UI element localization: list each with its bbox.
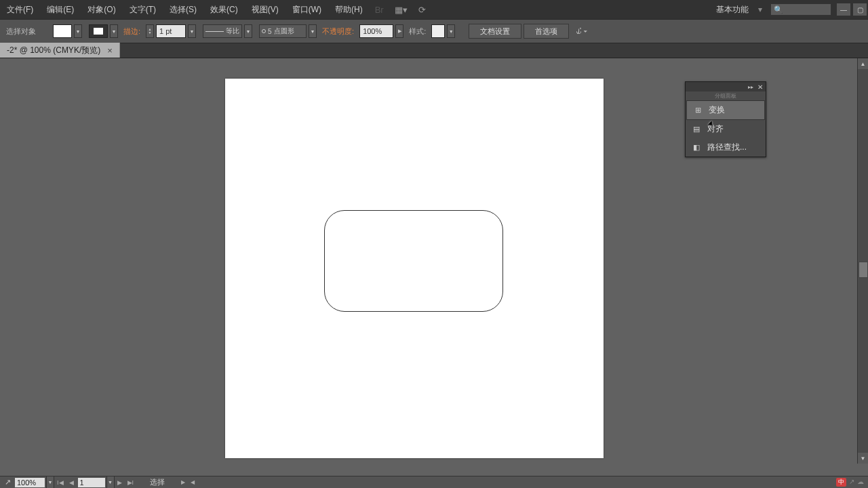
menu-view[interactable]: 视图(V)	[245, 0, 285, 19]
menu-type[interactable]: 文字(T)	[123, 0, 163, 19]
stroke-dropdown-icon[interactable]: ▼	[110, 24, 118, 38]
document-tab[interactable]: -2* @ 100% (CMYK/预览) ×	[0, 43, 120, 58]
maximize-button[interactable]: ▢	[853, 3, 867, 16]
menu-bar: 文件(F) 编辑(E) 对象(O) 文字(T) 选择(S) 效果(C) 视图(V…	[0, 0, 868, 19]
rounded-rectangle-shape[interactable]	[324, 210, 503, 312]
panel-close-icon[interactable]: ✕	[757, 83, 763, 91]
document-tab-title: -2* @ 100% (CMYK/预览)	[7, 45, 100, 56]
stroke-profile-preview[interactable]: 等比	[203, 24, 242, 38]
workspace-dropdown-icon[interactable]: ▾	[754, 5, 766, 14]
stroke-weight-dropdown-icon[interactable]: ▼	[188, 24, 196, 38]
system-tray: 中 ↗ ☁	[832, 478, 868, 487]
export-icon[interactable]: ↗	[0, 478, 15, 487]
minimize-button[interactable]: —	[837, 3, 850, 16]
search-icon: 🔍	[774, 5, 783, 14]
menu-window[interactable]: 窗口(W)	[285, 0, 328, 19]
next-page-icon[interactable]: ▶	[115, 479, 125, 486]
opacity-label[interactable]: 不透明度:	[319, 26, 357, 37]
stroke-swatch[interactable]	[89, 24, 108, 38]
selection-mode-label: 选择对象	[3, 26, 39, 37]
panel-collapse-icon[interactable]: ▸▸	[748, 84, 753, 90]
brush-profile-preview[interactable]: 5点圆形	[259, 24, 307, 38]
tray-icon[interactable]: ↗	[849, 478, 854, 487]
last-page-icon[interactable]: ▶I	[125, 479, 137, 486]
ime-badge[interactable]: 中	[836, 478, 846, 487]
document-setup-button[interactable]: 文档设置	[469, 24, 521, 39]
panel-group: ▸▸ ✕ 分组面板 ⊞ 变换 ▤ 对齐 ◧ 路径查找...	[685, 81, 766, 157]
first-page-icon[interactable]: I◀	[54, 479, 66, 486]
opacity-dropdown-icon[interactable]: ▶	[395, 24, 403, 38]
tray-icon[interactable]: ☁	[857, 478, 864, 487]
menu-help[interactable]: 帮助(H)	[328, 0, 370, 19]
panel-item-align[interactable]: ▤ 对齐	[686, 120, 766, 138]
vertical-scrollbar[interactable]: ▲ ▼	[857, 58, 868, 464]
stroke-weight-stepper[interactable]: ▲▼	[146, 24, 154, 38]
search-input[interactable]: 🔍	[770, 3, 831, 16]
graphic-style-swatch[interactable]	[431, 24, 445, 38]
arrange-icon[interactable]: ▦▾	[389, 5, 413, 15]
pathfinder-icon: ◧	[691, 143, 702, 152]
align-icon: ▤	[691, 125, 702, 134]
fill-swatch[interactable]	[53, 24, 72, 38]
panel-item-label: 路径查找...	[707, 142, 747, 153]
page-input[interactable]: 1	[78, 478, 105, 487]
menu-object[interactable]: 对象(O)	[81, 0, 122, 19]
status-tool-label: 选择	[136, 477, 178, 487]
panel-item-transform[interactable]: ⊞ 变换	[686, 100, 765, 120]
bridge-icon[interactable]: Br	[370, 5, 389, 15]
menu-select[interactable]: 选择(S)	[163, 0, 203, 19]
brush-profile-dropdown-icon[interactable]: ▼	[309, 24, 317, 38]
menu-edit[interactable]: 编辑(E)	[40, 0, 81, 19]
fill-dropdown-icon[interactable]: ▼	[74, 24, 82, 38]
hscroll-left-icon[interactable]: ◀	[188, 479, 197, 485]
panel-item-pathfinder[interactable]: ◧ 路径查找...	[686, 138, 766, 157]
align-to-icon[interactable]: ⫝̸▾	[571, 26, 591, 36]
menu-file[interactable]: 文件(F)	[0, 0, 40, 19]
panel-item-label: 变换	[709, 104, 725, 116]
prev-page-icon[interactable]: ◀	[66, 479, 77, 486]
preferences-button[interactable]: 首选项	[524, 24, 569, 39]
page-dropdown-icon[interactable]: ▼	[106, 476, 115, 489]
gpu-icon[interactable]: ⟳	[413, 5, 431, 15]
style-dropdown-icon[interactable]: ▼	[447, 24, 455, 38]
panel-subtitle: 分组面板	[686, 92, 766, 100]
close-tab-icon[interactable]: ×	[107, 45, 113, 56]
document-tabs: -2* @ 100% (CMYK/预览) ×	[0, 43, 868, 58]
zoom-dropdown-icon[interactable]: ▼	[46, 476, 54, 489]
stroke-weight-input[interactable]: 1 pt	[156, 24, 186, 38]
stroke-profile-dropdown-icon[interactable]: ▼	[244, 24, 252, 38]
status-menu-icon[interactable]: ▶	[178, 479, 188, 485]
zoom-input[interactable]: 100%	[15, 478, 45, 487]
status-bar: ↗ 100% ▼ I◀ ◀ 1 ▼ ▶ ▶I 选择 ▶ ◀ 中 ↗ ☁	[0, 476, 868, 488]
control-bar: 选择对象 ▼ ▼ 描边: ▲▼ 1 pt ▼ 等比 ▼ 5点圆形 ▼ 不透明度:…	[0, 19, 868, 43]
style-label: 样式:	[406, 26, 429, 37]
stroke-label[interactable]: 描边:	[120, 26, 144, 37]
vertical-scroll-thumb[interactable]	[859, 262, 868, 278]
transform-icon: ⊞	[692, 106, 703, 115]
scroll-up-icon[interactable]: ▲	[858, 58, 868, 69]
workspace-switcher[interactable]: 基本功能	[711, 4, 754, 16]
opacity-input[interactable]: 100%	[359, 24, 393, 38]
scroll-down-icon[interactable]: ▼	[858, 453, 868, 464]
artboard[interactable]	[225, 79, 604, 458]
menu-effect[interactable]: 效果(C)	[203, 0, 245, 19]
panel-titlebar[interactable]: ▸▸ ✕	[686, 82, 766, 92]
